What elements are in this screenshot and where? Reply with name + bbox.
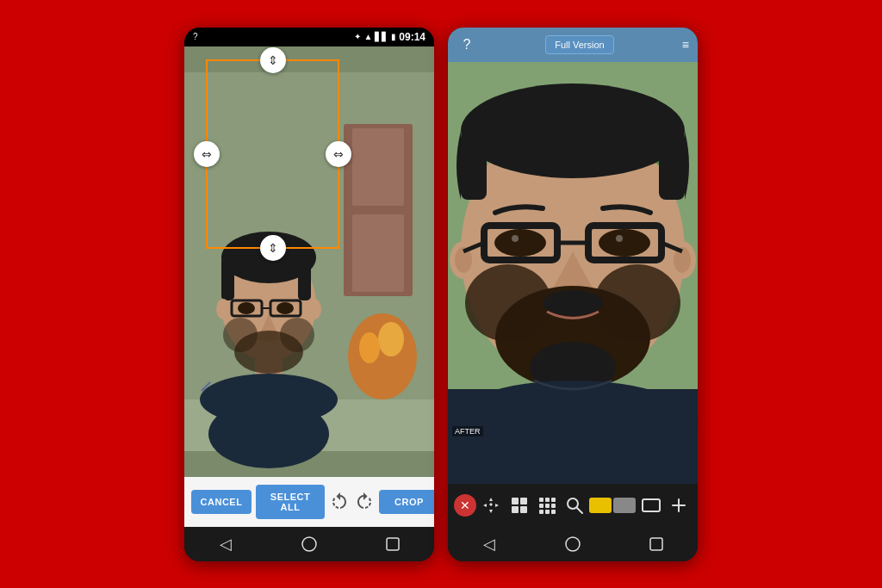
svg-rect-2 — [352, 128, 404, 206]
svg-rect-68 — [551, 504, 556, 508]
rotate-right-button[interactable] — [354, 488, 375, 516]
svg-rect-66 — [539, 504, 543, 508]
color-yellow-swatch[interactable] — [589, 498, 612, 513]
svg-rect-59 — [512, 498, 519, 504]
svg-point-52 — [616, 235, 623, 242]
svg-rect-67 — [545, 504, 550, 508]
crop-handle-left[interactable]: ⇔ — [194, 141, 220, 167]
status-bar-left: ? ✦ ▲ ▋▋ ▮ 09:14 — [184, 28, 434, 46]
recents-button-left[interactable] — [382, 534, 403, 554]
right-phone: ? Full Version ≡ — [448, 28, 698, 561]
recents-button-right[interactable] — [646, 534, 667, 554]
grid-tool-2-button[interactable] — [534, 492, 560, 518]
svg-rect-65 — [551, 498, 556, 502]
crop-handle-bottom[interactable]: ⇕ — [260, 235, 286, 261]
svg-rect-62 — [520, 506, 527, 513]
rotate-left-button[interactable] — [329, 488, 350, 516]
svg-rect-70 — [545, 510, 550, 514]
svg-point-24 — [200, 374, 338, 425]
svg-point-23 — [307, 299, 321, 319]
svg-point-77 — [566, 537, 580, 551]
svg-point-22 — [216, 299, 230, 319]
svg-point-54 — [465, 264, 551, 342]
home-button-left[interactable] — [299, 534, 320, 554]
svg-rect-13 — [298, 257, 311, 300]
svg-point-4 — [348, 313, 417, 399]
move-tool-button[interactable] — [478, 492, 504, 518]
svg-point-50 — [599, 229, 650, 257]
phones-container: ? ✦ ▲ ▋▋ ▮ 09:14 — [0, 0, 882, 588]
svg-point-25 — [302, 537, 316, 551]
back-button-right[interactable]: ◁ — [479, 534, 500, 554]
photo-area-right: AFTER — [448, 62, 698, 484]
nav-bar-left: ◁ — [184, 527, 434, 561]
home-button-right[interactable] — [562, 534, 583, 554]
add-tool-button[interactable] — [666, 492, 692, 518]
svg-rect-38 — [461, 131, 487, 200]
svg-point-72 — [568, 498, 578, 509]
cancel-button[interactable]: CANCEL — [191, 490, 252, 514]
after-label: AFTER — [452, 426, 483, 436]
svg-point-37 — [461, 84, 685, 178]
svg-rect-69 — [539, 510, 543, 514]
select-all-button[interactable]: SELECT ALL — [256, 485, 325, 519]
toolbar-left: CANCEL SELECT ALL CROP — [184, 477, 434, 527]
svg-point-58 — [448, 381, 698, 467]
zoom-tool-button[interactable] — [562, 492, 587, 518]
signal-icon: ▲ — [363, 32, 372, 41]
question-icon[interactable]: ? — [457, 34, 477, 55]
crop-handle-right[interactable]: ⇔ — [326, 141, 351, 167]
back-button-left[interactable]: ◁ — [215, 534, 236, 554]
svg-rect-26 — [387, 538, 399, 550]
svg-rect-63 — [539, 498, 543, 502]
right-header: ? Full Version ≡ — [448, 28, 698, 62]
signal-bars: ▋▋ — [375, 32, 388, 41]
svg-rect-61 — [512, 506, 519, 513]
toolbar-right: ✕ — [448, 484, 698, 527]
svg-point-49 — [494, 229, 546, 257]
frame-tool-button[interactable] — [638, 492, 664, 518]
battery-icon: ▮ — [391, 32, 396, 41]
svg-point-21 — [280, 318, 314, 352]
status-bar-right-icons: ✦ ▲ ▋▋ ▮ 09:14 — [354, 31, 425, 43]
crop-handle-top[interactable]: ⇕ — [260, 47, 286, 73]
svg-rect-12 — [221, 257, 234, 300]
menu-icon[interactable]: ≡ — [682, 38, 689, 52]
nav-bar-right: ◁ — [448, 527, 698, 561]
photo-area-left: ⇕ ⇕ ⇔ ⇔ — [184, 46, 434, 477]
close-button[interactable]: ✕ — [454, 494, 476, 517]
svg-point-6 — [359, 332, 380, 363]
status-time: 09:14 — [399, 31, 425, 43]
svg-rect-71 — [551, 510, 556, 514]
left-phone: ? ✦ ▲ ▋▋ ▮ 09:14 — [184, 28, 434, 561]
color-gray-swatch[interactable] — [613, 498, 636, 513]
crop-button[interactable]: CROP — [379, 490, 434, 514]
crop-overlay: ⇕ ⇕ ⇔ ⇔ — [206, 59, 339, 249]
svg-rect-76 — [672, 504, 686, 506]
svg-rect-39 — [659, 131, 685, 200]
svg-rect-3 — [352, 214, 404, 292]
wifi-icon: ? — [193, 32, 198, 41]
svg-point-18 — [276, 302, 294, 314]
status-bar-left-icons: ? — [193, 32, 198, 41]
svg-point-17 — [238, 302, 255, 314]
svg-rect-64 — [545, 498, 550, 502]
svg-point-5 — [378, 322, 404, 356]
svg-rect-60 — [520, 498, 527, 504]
svg-point-56 — [543, 290, 603, 316]
svg-point-55 — [594, 264, 680, 342]
full-version-button[interactable]: Full Version — [545, 35, 613, 54]
bluetooth-icon: ✦ — [354, 32, 361, 41]
background-photo-right — [448, 62, 698, 484]
grid-tool-1-button[interactable] — [506, 492, 532, 518]
svg-rect-74 — [643, 499, 660, 511]
svg-point-20 — [223, 318, 258, 352]
svg-rect-78 — [650, 538, 662, 550]
svg-line-73 — [577, 508, 582, 513]
svg-point-51 — [512, 235, 519, 242]
